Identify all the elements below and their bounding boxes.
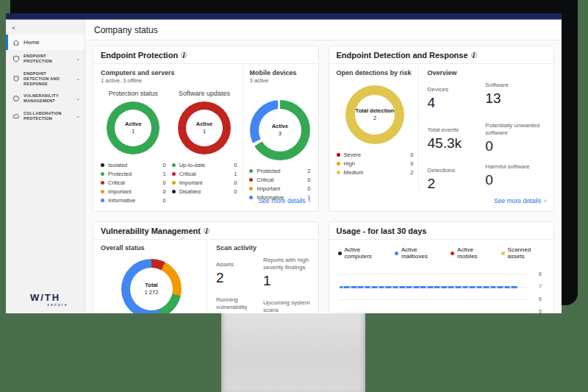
legend-dot — [451, 252, 454, 255]
overall-status-donut: Total 1 272 — [121, 259, 182, 313]
stat-total-events: Total events 45.3k — [428, 126, 478, 150]
scan-activity-col1: Scan activity Assets 2 Running vulnerabi… — [207, 240, 260, 313]
info-icon[interactable]: i — [471, 52, 477, 58]
sidebar-item-vulnerability-management[interactable]: VULNERABILITY MANAGEMENT ⌄ — [6, 90, 85, 107]
legend-dot — [249, 178, 253, 182]
hexagon-icon — [12, 95, 20, 103]
legend-dot — [337, 153, 340, 157]
shield-icon — [12, 54, 20, 63]
donut-center-label: Active — [125, 121, 142, 127]
stat-assets: Assets 2 — [216, 261, 257, 285]
legend-item: Protected1 — [101, 169, 166, 178]
chevron-down-icon[interactable]: ⌄ — [76, 113, 80, 119]
chevron-right-icon: › — [544, 197, 546, 204]
protection-status-chart: Protection status Active 1 Isolated0 — [101, 84, 166, 204]
donut-center-value: 1 — [203, 128, 206, 135]
active-mailboxes-series-line — [340, 286, 519, 288]
stat-software: Software 13 — [485, 82, 546, 105]
panel-edr: Endpoint Detection and Response i Open d… — [329, 46, 555, 212]
mobile-devices-section: Mobile devices 3 active Active 3 Protect… — [243, 64, 318, 190]
donut-center-label: Total detection — [356, 108, 395, 114]
legend-item: High0 — [337, 159, 414, 168]
home-icon — [12, 38, 20, 46]
chevron-down-icon[interactable]: ⌄ — [76, 56, 80, 62]
donut-center-label: Active — [272, 124, 289, 129]
gridline — [338, 312, 529, 313]
sidebar-item-label: ENDPOINT PROTECTION — [24, 54, 72, 64]
monitor-stand — [221, 305, 365, 392]
stat-harmful-software: Harmful software 0 — [485, 163, 546, 187]
section-heading: Overview — [428, 69, 478, 76]
sidebar-item-edr[interactable]: ENDPOINT DETECTION AND RESPONSE ⌄ — [6, 68, 85, 90]
detections-legend: Severe0 High0 Medium2 — [337, 150, 414, 177]
section-subheading: 1 active, 3 offline — [101, 77, 237, 84]
legend-dot — [172, 172, 176, 176]
stat-running-scans: Running vulnerability scans 0 — [216, 296, 257, 313]
main-area: Company status Endpoint Protection i Com… — [85, 20, 562, 313]
legend-dot — [249, 169, 253, 173]
stat-potentially-unwanted: Potentially unwanted software 0 — [485, 122, 546, 153]
software-updates-chart: Software updates Active 1 Up-to-date0 — [166, 84, 237, 204]
y-tick-label: 7 — [539, 284, 542, 289]
panel-title-text: Vulnerability Management — [101, 227, 201, 235]
panel-usage: Usage - for last 30 days Active computer… — [329, 221, 555, 313]
y-tick-label: 6 — [539, 296, 542, 302]
gridline — [338, 299, 529, 300]
sidebar-item-label: Home — [24, 39, 39, 46]
software-updates-donut: Active 1 — [178, 101, 231, 154]
chevron-right-icon: › — [309, 197, 311, 204]
see-more-details-link[interactable]: See more details› — [494, 197, 546, 204]
stat-devices: Devices 4 — [428, 86, 478, 110]
usage-line-chart: 8 7 6 5 — [338, 266, 545, 313]
legend-item: Active computers — [338, 246, 384, 260]
donut-center-value: 3 — [279, 130, 282, 137]
screen: « Home ENDPOINT PROTECTION ⌄ ENDPOINT DE… — [6, 13, 562, 313]
mobile-devices-donut: Active 3 — [250, 100, 310, 160]
sidebar-item-label: COLLABORATION PROTECTION — [24, 111, 72, 121]
info-icon[interactable]: i — [204, 228, 209, 234]
donut-center-value: 1 — [132, 128, 135, 135]
legend-item: Scanned assets — [501, 246, 545, 260]
legend-dot — [395, 252, 398, 255]
stat-detections: Detections 2 — [428, 167, 478, 190]
sidebar-item-collaboration-protection[interactable]: COLLABORATION PROTECTION ⌄ — [6, 107, 85, 125]
stat-high-severity-reports: Reports with high severity findings 1 — [263, 257, 310, 288]
legend-dot — [101, 181, 104, 185]
sidebar-collapse-button[interactable]: « — [6, 20, 85, 35]
app-topbar — [6, 13, 562, 20]
chevron-down-icon[interactable]: ⌄ — [76, 96, 80, 101]
info-icon[interactable]: i — [181, 52, 187, 58]
see-more-details-link[interactable]: See more details› — [259, 197, 311, 204]
dashboard-grid: Endpoint Protection i Computers and serv… — [85, 40, 562, 313]
stat-upcoming-scans: Upcoming system scans 40 — [263, 299, 310, 313]
legend-item: Isolated0 — [101, 160, 166, 169]
detections-donut: Total detection 2 — [345, 85, 404, 144]
edr-overview-col1: Overview Devices 4 Total events 45.3k De… — [419, 64, 483, 190]
donut-center-label: Total — [145, 282, 157, 288]
usage-legend: Active computers Active mailboxes Active… — [329, 240, 554, 261]
panel-endpoint-protection: Endpoint Protection i Computers and serv… — [93, 46, 319, 212]
legend-dot — [337, 171, 340, 174]
chart-title: Software updates — [172, 90, 237, 97]
chevron-down-icon[interactable]: ⌄ — [76, 76, 80, 82]
gridline — [338, 274, 529, 275]
legend-item: Critical0 — [249, 175, 310, 184]
legend-item: Important0 — [172, 178, 237, 187]
page-header: Company status — [85, 20, 562, 40]
panel-title-text: Endpoint Detection and Response — [337, 51, 468, 60]
cloud-icon — [12, 113, 20, 121]
sidebar-item-label: ENDPOINT DETECTION AND RESPONSE — [24, 71, 72, 87]
legend-dot — [101, 172, 104, 176]
section-heading: Open detections by risk — [337, 69, 414, 76]
panel-title-text: Usage - for last 30 days — [337, 227, 427, 235]
panel-title-text: Endpoint Protection — [101, 51, 178, 60]
edr-overview-col2: Software 13 Potentially unwanted softwar… — [482, 64, 553, 190]
withsecure-logo: W/TH secure — [6, 292, 85, 307]
legend-item: Critical1 — [172, 169, 237, 178]
legend-item: Up-to-date0 — [172, 160, 237, 169]
sidebar-item-home[interactable]: Home — [6, 35, 85, 50]
sidebar-item-endpoint-protection[interactable]: ENDPOINT PROTECTION ⌄ — [6, 50, 85, 68]
donut-center-label: Active — [196, 121, 213, 127]
legend-dot — [172, 163, 176, 167]
y-tick-label: 5 — [539, 309, 542, 313]
